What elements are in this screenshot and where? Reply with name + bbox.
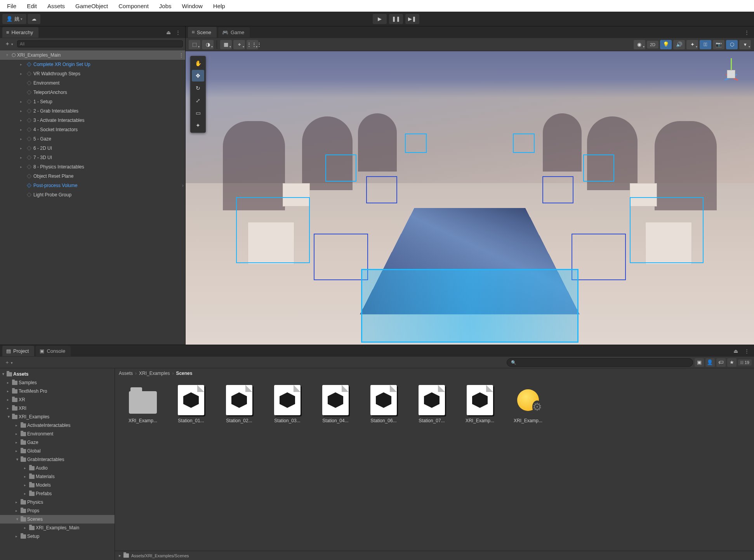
hierarchy-add-button[interactable]: ＋ xyxy=(2,39,16,49)
fold-icon[interactable]: ▼ xyxy=(16,458,19,461)
transform-tool[interactable]: ✦ xyxy=(192,120,204,131)
fold-icon[interactable]: ▸ xyxy=(24,475,28,479)
project-tree-item[interactable]: ▸Materials xyxy=(0,472,115,481)
rotate-tool[interactable]: ↻ xyxy=(192,82,204,94)
project-tree[interactable]: ▼ Assets ▸Samples▸TextMesh Pro▸XR▸XRI▼XR… xyxy=(0,368,115,560)
hidden-count-badge[interactable]: 👁⃠19 xyxy=(738,359,752,366)
project-tree-item[interactable]: ▸Environment xyxy=(0,430,115,438)
project-add-button[interactable]: ＋ xyxy=(2,358,15,367)
project-tree-item[interactable]: ▸Physics xyxy=(0,498,115,506)
scene-root-row[interactable]: ▼ ⬡ XRI_Examples_Main ⋮ xyxy=(0,50,185,60)
hierarchy-item[interactable]: ▸1 - Setup xyxy=(0,97,185,106)
draw-mode-dropdown[interactable]: ⬚ xyxy=(189,40,200,49)
project-tree-item[interactable]: ▸Prefabs xyxy=(0,489,115,498)
fold-icon[interactable]: ▸ xyxy=(24,492,28,496)
fold-icon[interactable]: ▸ xyxy=(20,72,25,76)
fold-icon[interactable]: ▸ xyxy=(20,128,25,132)
fold-icon[interactable]: ▸ xyxy=(24,466,28,470)
fold-icon[interactable]: ▸ xyxy=(20,156,25,160)
fold-icon[interactable]: ▸ xyxy=(16,449,19,453)
play-button[interactable]: ▶ xyxy=(373,14,387,24)
scene-tab[interactable]: ⌗Scene xyxy=(188,27,217,38)
project-lock-icon[interactable]: ⏏ xyxy=(731,347,740,355)
breadcrumb-item[interactable]: Scenes xyxy=(176,371,192,376)
hand-tool[interactable]: ✋ xyxy=(192,57,204,69)
fold-icon[interactable]: ▸ xyxy=(20,109,25,113)
audio-toggle[interactable]: 🔊 xyxy=(673,40,685,49)
asset-grid[interactable]: XRI_Examp...Station_01...Station_02...St… xyxy=(115,378,754,551)
assets-root-row[interactable]: ▼ Assets xyxy=(0,370,115,378)
project-tree-item[interactable]: ▼GrabInteractables xyxy=(0,455,115,464)
asset-item[interactable]: XRI_Examp... xyxy=(508,385,548,423)
orientation-gizmo[interactable] xyxy=(714,57,749,92)
fold-icon[interactable]: ▸ xyxy=(16,432,19,436)
scene-tab-menu-icon[interactable]: ⋮ xyxy=(742,28,752,36)
asset-item[interactable]: Station_04... xyxy=(315,385,356,423)
console-tab[interactable]: ▣Console xyxy=(36,346,71,356)
menu-gameobject[interactable]: GameObject xyxy=(71,1,113,11)
fold-icon[interactable]: ▸ xyxy=(7,398,11,402)
hierarchy-item[interactable]: ▸5 - Gaze xyxy=(0,134,185,144)
hierarchy-item[interactable]: ▸3 - Activate Interactables xyxy=(0,116,185,125)
fold-icon[interactable]: ▼ xyxy=(16,517,19,521)
hierarchy-item[interactable]: ▸VR Walkthrough Steps xyxy=(0,69,185,78)
scale-tool[interactable]: ⤢ xyxy=(192,95,204,106)
asset-item[interactable]: XRI_Examp... xyxy=(123,385,163,423)
pause-button[interactable]: ❚❚ xyxy=(389,14,403,24)
hierarchy-item[interactable]: TeleportAnchors xyxy=(0,88,185,97)
2d-toggle[interactable]: 2D xyxy=(647,41,658,49)
menu-file[interactable]: File xyxy=(2,1,21,11)
hierarchy-menu-icon[interactable]: ⋮ xyxy=(173,28,183,36)
asset-item[interactable]: Station_02... xyxy=(219,385,259,423)
project-tree-item[interactable]: ▸ActivateInteractables xyxy=(0,421,115,430)
fold-icon[interactable]: ▸ xyxy=(16,534,19,538)
fx-dropdown[interactable]: ✦ xyxy=(686,40,698,49)
menu-help[interactable]: Help xyxy=(208,1,230,11)
project-tree-item[interactable]: ▸Samples xyxy=(0,378,115,387)
camera-dropdown[interactable]: ◉ xyxy=(634,40,645,49)
game-tab[interactable]: 🎮Game xyxy=(218,27,250,38)
project-menu-icon[interactable]: ⋮ xyxy=(742,347,752,355)
fold-icon[interactable]: ▸ xyxy=(16,440,19,444)
lighting-toggle[interactable]: 💡 xyxy=(660,40,672,49)
fold-icon[interactable]: ▸ xyxy=(20,146,25,150)
hierarchy-item[interactable]: ▸4 - Socket Interactors xyxy=(0,125,185,134)
grid-toggle[interactable]: ▦ xyxy=(220,40,232,49)
fold-icon[interactable]: ▼ xyxy=(5,53,10,57)
fold-icon[interactable]: ▼ xyxy=(2,372,5,376)
fold-icon[interactable]: ▸ xyxy=(24,526,28,530)
project-tree-item[interactable]: ▸XR xyxy=(0,395,115,404)
chevron-right-icon[interactable]: ▸ xyxy=(119,553,121,558)
project-tab[interactable]: ▤Project xyxy=(2,346,34,356)
asset-item[interactable]: Station_01... xyxy=(171,385,211,423)
project-tree-item[interactable]: ▸XRI xyxy=(0,404,115,413)
fold-icon[interactable]: ▸ xyxy=(16,423,19,427)
fold-icon[interactable]: ▸ xyxy=(20,137,25,141)
project-tree-item[interactable]: ▸Gaze xyxy=(0,438,115,447)
menu-assets[interactable]: Assets xyxy=(43,1,69,11)
shading-dropdown[interactable]: ◑ xyxy=(202,40,214,49)
hierarchy-item[interactable]: ▸7 - 3D UI xyxy=(0,153,185,162)
snap-dropdown[interactable]: ⌖ xyxy=(233,40,245,49)
fold-icon[interactable]: ▸ xyxy=(7,406,11,410)
asset-item[interactable]: Station_07... xyxy=(412,385,452,423)
menu-component[interactable]: Component xyxy=(114,1,153,11)
cloud-button[interactable]: ☁ xyxy=(28,14,40,24)
breadcrumb-item[interactable]: XRI_Examples xyxy=(139,371,170,376)
increment-dropdown[interactable]: ⋮⋮⋮ xyxy=(247,40,258,49)
move-tool[interactable]: ✥ xyxy=(192,70,204,81)
search-save-icon[interactable]: 🏷 xyxy=(716,358,726,367)
project-tree-item[interactable]: ▼XRI_Examples xyxy=(0,413,115,421)
gizmos-dropdown[interactable]: ▾ xyxy=(739,40,751,49)
fold-icon[interactable]: ▸ xyxy=(20,118,25,122)
asset-item[interactable]: Station_06... xyxy=(363,385,404,423)
hierarchy-item[interactable]: Environment xyxy=(0,78,185,88)
hierarchy-item[interactable]: Post-process Volume› xyxy=(0,181,185,190)
fold-icon[interactable]: ▸ xyxy=(24,483,28,487)
hierarchy-item[interactable]: ▸Complete XR Origin Set Up xyxy=(0,60,185,69)
fold-icon[interactable]: ▸ xyxy=(16,509,19,513)
hierarchy-item[interactable]: Object Reset Plane xyxy=(0,172,185,181)
search-by-label-icon[interactable]: 👤 xyxy=(705,358,715,367)
menu-edit[interactable]: Edit xyxy=(22,1,42,11)
fold-icon[interactable]: ▸ xyxy=(16,500,19,504)
